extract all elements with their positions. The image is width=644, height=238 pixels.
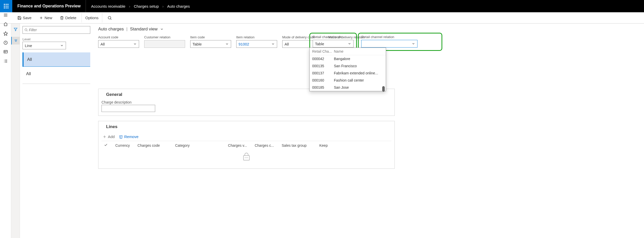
save-icon: [17, 16, 21, 20]
breadcrumb-item[interactable]: Accounts receivable: [91, 4, 125, 8]
charge-description-label: Charge description: [101, 100, 391, 104]
action-bar: Save New Delete Options: [0, 12, 644, 24]
svg-marker-18: [14, 28, 17, 31]
filter-lines-button[interactable]: [11, 37, 20, 44]
search-icon: [24, 28, 28, 32]
funnel-icon: [14, 27, 18, 31]
list-item-label: All: [26, 71, 31, 76]
flyout-row[interactable]: 000185San Jose: [310, 84, 386, 91]
plus-icon: [39, 16, 43, 20]
section-title[interactable]: Lines: [98, 121, 394, 132]
col-header[interactable]: Charges v...: [228, 143, 247, 148]
search-button[interactable]: [105, 14, 115, 22]
flyout-name: Fashion call center: [334, 78, 383, 82]
list-item[interactable]: All: [22, 67, 90, 81]
field-customer-relation: Customer relation: [144, 35, 185, 48]
home-icon[interactable]: [3, 22, 8, 27]
delete-label: Delete: [65, 16, 76, 20]
customer-relation-input[interactable]: [144, 40, 185, 48]
field-item-relation: Item relation 91002: [236, 35, 277, 48]
flyout-row[interactable]: 000135San Francisco: [310, 62, 386, 70]
flyout-row[interactable]: 000160Fashion call center: [310, 77, 386, 84]
col-header[interactable]: Keep: [319, 143, 328, 148]
sidebar: Filter Level Line All All: [20, 24, 93, 238]
retail-channel-flyout[interactable]: Retail Cha... Name 000042Bangalore000135…: [309, 48, 386, 91]
flyout-code: 000042: [312, 57, 334, 61]
topbar: Finance and Operations Preview Accounts …: [0, 0, 644, 12]
workspace-icon[interactable]: [3, 50, 8, 54]
chevron-down-icon: [412, 42, 415, 46]
list-item[interactable]: All: [22, 52, 90, 67]
field-label: Retail channel code: [313, 35, 354, 39]
svg-point-22: [25, 29, 27, 31]
separator: |: [126, 27, 127, 32]
add-line-button[interactable]: Add: [103, 134, 115, 139]
col-header[interactable]: Charges c...: [255, 143, 274, 148]
field-retail-channel-code: Retail channel code Table: [313, 35, 354, 48]
breadcrumb-item[interactable]: Auto charges: [167, 4, 190, 8]
field-label: Item code: [190, 35, 231, 39]
view-name[interactable]: Standard view: [130, 27, 158, 32]
field-label: Item relation: [236, 35, 277, 39]
page-title: Auto charges: [98, 27, 124, 32]
col-header[interactable]: Currency: [115, 143, 130, 148]
col-header[interactable]: Sales tax group: [282, 143, 307, 148]
new-button[interactable]: New: [37, 14, 55, 21]
field-value: Table: [315, 42, 324, 46]
filter-placeholder: Filter: [29, 28, 37, 32]
add-label: Add: [108, 134, 115, 139]
empty-grid-illustration: [101, 150, 391, 165]
sidebar-list: All All: [22, 52, 90, 84]
save-label: Save: [23, 16, 31, 20]
left-icon-rail: [0, 24, 11, 238]
app-launcher-button[interactable]: [0, 0, 12, 12]
field-value: Table: [193, 42, 202, 46]
clock-icon[interactable]: [3, 40, 8, 45]
lines-icon: [14, 39, 18, 43]
col-header[interactable]: Charges code: [138, 143, 160, 148]
flyout-header: Retail Cha... Name: [310, 48, 386, 55]
flyout-col-label: Name: [334, 49, 383, 53]
flyout-row[interactable]: 000137Fabrikam extended online...: [310, 70, 386, 77]
field-label: Account code: [98, 35, 139, 39]
charge-description-input[interactable]: [101, 105, 155, 112]
flyout-code: 000137: [312, 71, 334, 75]
svg-marker-7: [4, 32, 7, 36]
filter-funnel-button[interactable]: [11, 26, 20, 33]
flyout-name: Bangalore: [334, 57, 383, 61]
save-button[interactable]: Save: [15, 14, 34, 21]
menu-icon[interactable]: [3, 13, 8, 17]
star-icon[interactable]: [3, 31, 8, 36]
retail-channel-relation-select[interactable]: [361, 40, 417, 48]
item-relation-select[interactable]: 91002: [236, 40, 277, 48]
divider: [22, 84, 90, 84]
field-value: 91002: [239, 42, 249, 46]
modules-icon[interactable]: [3, 59, 8, 63]
plus-icon: [103, 135, 107, 139]
retail-channel-code-select[interactable]: Table: [313, 40, 354, 48]
field-value: All: [100, 42, 105, 46]
flyout-row[interactable]: 000042Bangalore: [310, 55, 386, 62]
account-code-select[interactable]: All: [98, 40, 139, 48]
remove-line-button[interactable]: Remove: [119, 134, 139, 139]
level-select[interactable]: Line: [22, 42, 66, 49]
breadcrumb: Accounts receivable › Charges setup › Au…: [86, 4, 195, 8]
options-button[interactable]: Options: [82, 13, 103, 22]
delete-button[interactable]: Delete: [57, 14, 79, 21]
search-icon: [107, 16, 112, 20]
item-code-select[interactable]: Table: [190, 40, 231, 48]
select-all-checkbox[interactable]: [104, 143, 108, 148]
filter-input[interactable]: Filter: [22, 26, 90, 34]
app-title: Finance and Operations Preview: [12, 0, 86, 12]
breadcrumb-item[interactable]: Charges setup: [134, 4, 159, 8]
chevron-down-icon: [225, 42, 229, 46]
chevron-down-icon: [348, 42, 351, 46]
col-header[interactable]: Category: [175, 143, 190, 148]
scrollbar-thumb[interactable]: [382, 86, 385, 92]
trash-icon: [119, 135, 123, 139]
filter-rail: [11, 24, 20, 238]
chevron-right-icon: ›: [162, 4, 164, 8]
level-label: Level: [22, 37, 90, 41]
chevron-down-icon[interactable]: [160, 27, 164, 31]
section-general: General Charge description: [98, 89, 395, 116]
